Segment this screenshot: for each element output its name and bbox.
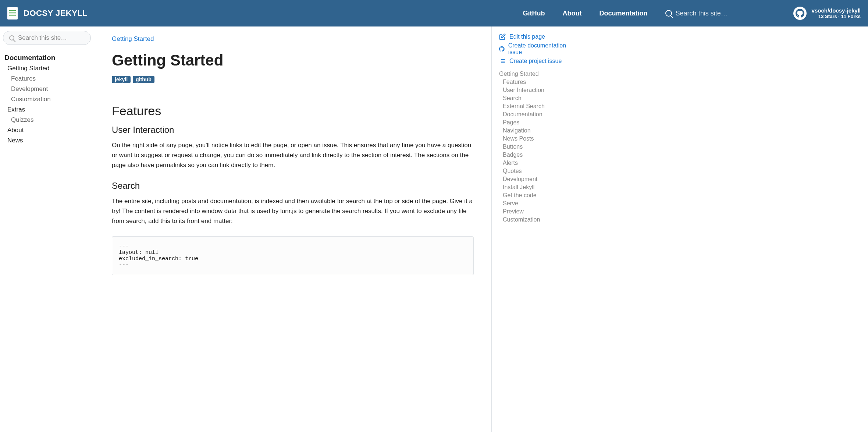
toc-item[interactable]: Get the code	[499, 191, 568, 199]
toc: Getting StartedFeaturesUser InteractionS…	[499, 70, 568, 224]
toc-item[interactable]: Customization	[499, 216, 568, 224]
toc-item[interactable]: External Search	[499, 102, 568, 110]
breadcrumb[interactable]: Getting Started	[112, 35, 474, 43]
github-text: vsoch/docsy-jekyll 13 Stars · 11 Forks	[812, 7, 861, 19]
sidebar-search[interactable]	[3, 31, 91, 45]
paragraph-user-interaction: On the right side of any page, you'll no…	[112, 140, 474, 170]
list-icon	[499, 58, 506, 64]
toc-item[interactable]: Getting Started	[499, 70, 568, 78]
search-icon	[665, 10, 672, 17]
toc-item[interactable]: Alerts	[499, 159, 568, 167]
sidebar-item[interactable]: Development	[3, 84, 91, 94]
toc-item[interactable]: Search	[499, 94, 568, 102]
toc-item[interactable]: Development	[499, 175, 568, 183]
toc-item[interactable]: Documentation	[499, 110, 568, 118]
main-content: Getting Started Getting Started jekyllgi…	[94, 26, 491, 432]
toc-item[interactable]: Quotes	[499, 167, 568, 175]
navbar-github[interactable]: vsoch/docsy-jekyll 13 Stars · 11 Forks	[793, 7, 861, 20]
paragraph-search: The entire site, including posts and doc…	[112, 196, 474, 226]
sidebar-item[interactable]: Quizzes	[3, 115, 91, 125]
project-issue-link[interactable]: Create project issue	[499, 57, 568, 65]
github-stats: 13 Stars · 11 Forks	[812, 14, 861, 19]
sidebar-nav: Documentation	[3, 52, 91, 63]
navbar: DOCSY JEKYLL GitHub About Documentation …	[0, 0, 868, 26]
sidebar-item[interactable]: Customization	[3, 94, 91, 105]
tag[interactable]: github	[133, 76, 154, 83]
doc-issue-link[interactable]: Create documentation issue	[499, 41, 568, 57]
toc-item[interactable]: User Interaction	[499, 86, 568, 94]
tags: jekyllgithub	[112, 76, 474, 83]
sidebar-left: Documentation Getting StartedFeaturesDev…	[0, 26, 94, 432]
nav-link-github[interactable]: GitHub	[523, 10, 545, 17]
sidebar-root[interactable]: Documentation	[3, 52, 91, 63]
code-block: --- layout: null excluded_in_search: tru…	[112, 236, 474, 275]
search-icon	[9, 35, 14, 40]
edit-icon	[499, 33, 506, 40]
nav-link-documentation[interactable]: Documentation	[600, 10, 648, 17]
toc-item[interactable]: Features	[499, 78, 568, 86]
sidebar-item[interactable]: About	[3, 125, 91, 135]
page-title: Getting Started	[112, 52, 474, 69]
sidebar-items: Getting StartedFeaturesDevelopmentCustom…	[3, 63, 91, 146]
sidebar-right: Edit this page Create documentation issu…	[491, 26, 574, 432]
toc-item[interactable]: Serve	[499, 199, 568, 208]
toc-item[interactable]: News Posts	[499, 135, 568, 143]
sidebar-item[interactable]: Getting Started	[3, 63, 91, 74]
edit-page-label: Edit this page	[509, 33, 545, 40]
doc-issue-label: Create documentation issue	[508, 42, 568, 56]
heading-user-interaction: User Interaction	[112, 125, 474, 135]
nav-link-about[interactable]: About	[563, 10, 582, 17]
tag[interactable]: jekyll	[112, 76, 131, 83]
toc-item[interactable]: Buttons	[499, 143, 568, 151]
toc-item[interactable]: Navigation	[499, 127, 568, 135]
navbar-search-input[interactable]	[676, 10, 779, 17]
github-repo: vsoch/docsy-jekyll	[812, 7, 861, 14]
edit-page-link[interactable]: Edit this page	[499, 32, 568, 41]
sidebar-item[interactable]: News	[3, 135, 91, 146]
toc-item[interactable]: Install Jekyll	[499, 183, 568, 191]
project-issue-label: Create project issue	[509, 58, 562, 64]
toc-item[interactable]: Pages	[499, 118, 568, 127]
toc-item[interactable]: Preview	[499, 208, 568, 216]
toc-item[interactable]: Badges	[499, 151, 568, 159]
heading-search: Search	[112, 181, 474, 191]
github-icon	[499, 46, 505, 52]
sidebar-item[interactable]: Features	[3, 74, 91, 84]
sidebar-item[interactable]: Extras	[3, 105, 91, 115]
doc-icon	[7, 7, 18, 20]
navbar-nav: GitHub About Documentation	[523, 10, 648, 17]
brand-title: DOCSY JEKYLL	[24, 8, 88, 18]
navbar-search[interactable]	[665, 10, 779, 17]
navbar-brand[interactable]: DOCSY JEKYLL	[7, 7, 88, 20]
sidebar-search-input[interactable]	[18, 34, 85, 42]
heading-features: Features	[112, 104, 474, 118]
github-icon	[793, 7, 807, 20]
